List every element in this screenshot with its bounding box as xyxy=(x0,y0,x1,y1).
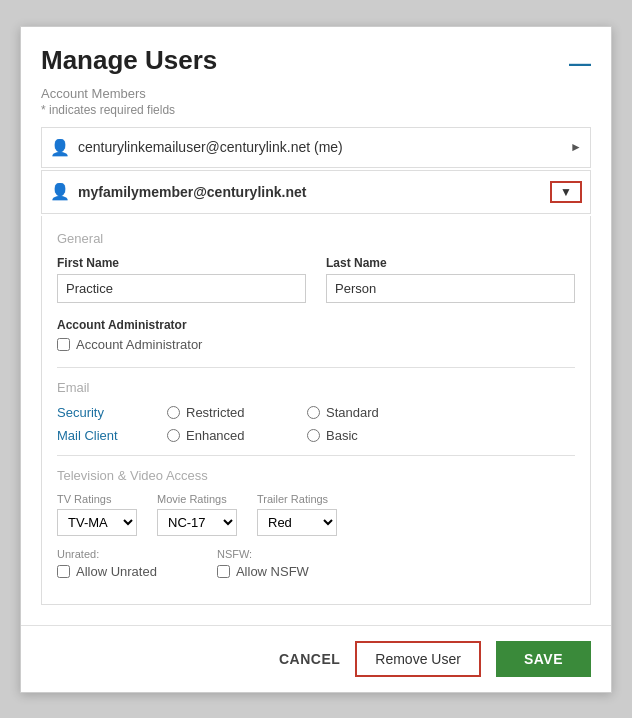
manage-users-modal: Manage Users — Account Members * indicat… xyxy=(20,26,612,693)
movie-ratings-label: Movie Ratings xyxy=(157,493,237,505)
allow-unrated-label: Allow Unrated xyxy=(76,564,157,579)
tv-ratings-group: TV Ratings TV-Y TV-Y7 TV-G TV-PG TV-14 T… xyxy=(57,493,137,536)
account-admin-section: Account Administrator Account Administra… xyxy=(57,318,575,352)
tv-section: Television & Video Access TV Ratings TV-… xyxy=(57,468,575,579)
member2-dropdown-button[interactable]: ▼ xyxy=(550,181,582,203)
first-name-input[interactable] xyxy=(57,274,306,303)
member1-email: centurylinkemailuser@centurylink.net (me… xyxy=(78,139,343,155)
basic-label: Basic xyxy=(326,428,358,443)
basic-radio[interactable] xyxy=(307,429,320,442)
divider-1 xyxy=(57,367,575,368)
last-name-label: Last Name xyxy=(326,256,575,270)
first-name-group: First Name xyxy=(57,256,306,303)
trailer-ratings-group: Trailer Ratings Green Yellow Red xyxy=(257,493,337,536)
movie-ratings-select[interactable]: G PG PG-13 R NC-17 xyxy=(157,509,237,536)
divider-2 xyxy=(57,455,575,456)
email-section-label: Email xyxy=(57,380,575,395)
radio-enhanced: Enhanced xyxy=(167,428,307,443)
nsfw-sublabel: NSFW: xyxy=(217,548,309,560)
first-name-label: First Name xyxy=(57,256,306,270)
email-options: Security Mail Client Restricted Standard xyxy=(57,405,575,443)
save-button[interactable]: SAVE xyxy=(496,641,591,677)
mail-client-label: Mail Client xyxy=(57,428,137,443)
restricted-radio[interactable] xyxy=(167,406,180,419)
restricted-label: Restricted xyxy=(186,405,245,420)
general-label: General xyxy=(57,231,575,246)
account-members-label: Account Members xyxy=(41,86,591,101)
modal-title: Manage Users xyxy=(41,45,217,76)
radio-restricted: Restricted xyxy=(167,405,307,420)
allow-nsfw-label: Allow NSFW xyxy=(236,564,309,579)
allow-unrated-row: Allow Unrated xyxy=(57,564,157,579)
cancel-button[interactable]: CANCEL xyxy=(279,651,340,667)
nsfw-group: NSFW: Allow NSFW xyxy=(217,548,309,579)
member2-left: 👤 myfamilymember@centurylink.net xyxy=(50,182,306,201)
tv-ratings-label: TV Ratings xyxy=(57,493,137,505)
radio-grid: Restricted Standard Enhanced Basic xyxy=(167,405,447,443)
security-label: Security xyxy=(57,405,137,420)
allow-unrated-checkbox[interactable] xyxy=(57,565,70,578)
enhanced-label: Enhanced xyxy=(186,428,245,443)
member1-chevron-icon: ► xyxy=(570,140,582,154)
modal-body: Account Members * indicates required fie… xyxy=(21,86,611,615)
user-icon-1: 👤 xyxy=(50,138,70,157)
name-form-row: First Name Last Name xyxy=(57,256,575,303)
allow-nsfw-checkbox[interactable] xyxy=(217,565,230,578)
member2-expanded: General First Name Last Name Account Adm… xyxy=(41,216,591,605)
modal-header: Manage Users — xyxy=(21,27,611,86)
unrated-group: Unrated: Allow Unrated xyxy=(57,548,157,579)
movie-ratings-group: Movie Ratings G PG PG-13 R NC-17 xyxy=(157,493,237,536)
user-icon-2: 👤 xyxy=(50,182,70,201)
member2-row[interactable]: 👤 myfamilymember@centurylink.net ▼ xyxy=(41,170,591,214)
minimize-button[interactable]: — xyxy=(569,53,591,75)
modal-footer: CANCEL Remove User SAVE xyxy=(21,625,611,692)
ratings-row: TV Ratings TV-Y TV-Y7 TV-G TV-PG TV-14 T… xyxy=(57,493,575,536)
required-note: * indicates required fields xyxy=(41,103,591,117)
member2-email: myfamilymember@centurylink.net xyxy=(78,184,306,200)
email-col-labels: Security Mail Client xyxy=(57,405,137,443)
member1-row[interactable]: 👤 centurylinkemailuser@centurylink.net (… xyxy=(41,127,591,168)
enhanced-radio[interactable] xyxy=(167,429,180,442)
trailer-ratings-label: Trailer Ratings xyxy=(257,493,337,505)
last-name-group: Last Name xyxy=(326,256,575,303)
radio-basic: Basic xyxy=(307,428,447,443)
account-admin-checkbox-label: Account Administrator xyxy=(76,337,202,352)
tv-ratings-select[interactable]: TV-Y TV-Y7 TV-G TV-PG TV-14 TV-MA xyxy=(57,509,137,536)
account-admin-field-label: Account Administrator xyxy=(57,318,575,332)
tv-section-label: Television & Video Access xyxy=(57,468,575,483)
last-name-input[interactable] xyxy=(326,274,575,303)
account-admin-checkbox-row: Account Administrator xyxy=(57,337,575,352)
account-admin-checkbox[interactable] xyxy=(57,338,70,351)
allow-nsfw-row: Allow NSFW xyxy=(217,564,309,579)
member1-left: 👤 centurylinkemailuser@centurylink.net (… xyxy=(50,138,343,157)
unrated-row: Unrated: Allow Unrated NSFW: Allow NSFW xyxy=(57,548,575,579)
standard-radio[interactable] xyxy=(307,406,320,419)
trailer-ratings-select[interactable]: Green Yellow Red xyxy=(257,509,337,536)
email-section: Email Security Mail Client Restricted xyxy=(57,380,575,443)
unrated-sublabel: Unrated: xyxy=(57,548,157,560)
radio-standard: Standard xyxy=(307,405,447,420)
remove-user-button[interactable]: Remove User xyxy=(355,641,481,677)
standard-label: Standard xyxy=(326,405,379,420)
